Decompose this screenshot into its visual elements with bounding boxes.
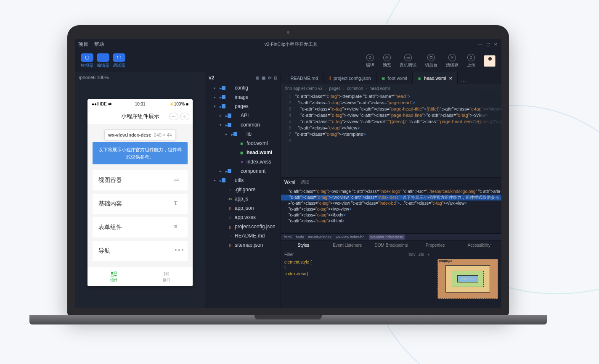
new-file-icon[interactable]: ⊞ (256, 76, 259, 80)
collapse-icon[interactable]: ⊟ (274, 76, 277, 80)
simulator-panel: iphone6 100% ●●ll IDE ⇌ 10:01 ⚡100% ■ 小程… (75, 72, 205, 308)
new-folder-icon[interactable]: ▣ (262, 76, 265, 80)
tree-node-sitemap.json[interactable]: {} sitemap.json (205, 240, 281, 250)
titlebar: 项目 帮助 v2-FinClip小程序开发工具 — ▢ ✕ (75, 39, 501, 50)
tabs-more-icon[interactable]: ⋯ (458, 78, 469, 84)
styles-tab-Properties[interactable]: Properties (416, 243, 454, 248)
box-model: margin 10 border – padding – 240 × 44 (434, 250, 501, 308)
phone-simulator[interactable]: ●●ll IDE ⇌ 10:01 ⚡100% ■ 小程序组件展示 ••• ⊙ (87, 99, 193, 286)
crumb[interactable]: html (284, 235, 292, 239)
toolbar: ▢模拟器 编辑器 ⫶⫶调试器 ⊙编译 ◎预览 ▭真机调试 ⊡切后台 ✕清缓存 ↥… (75, 50, 501, 72)
tree-node-head.wxml[interactable]: ▣ head.wxml (205, 148, 281, 157)
ide-window: 项目 帮助 v2-FinClip小程序开发工具 — ▢ ✕ ▢模拟器 编辑器 ⫶… (75, 39, 501, 308)
tree-node-project.config.json[interactable]: {} project.config.json (205, 222, 281, 231)
mode-调试器[interactable]: ⫶⫶调试器 (113, 53, 125, 69)
tree-node-pages[interactable]: ▾ ▸ pages (205, 102, 281, 111)
editor-tab-project.config.json[interactable]: {} project.config.json (323, 72, 376, 84)
menu-project[interactable]: 项目 (78, 41, 88, 48)
crumb[interactable]: wx-view.index-desc (369, 235, 405, 240)
tree-node-app.js[interactable]: JS app.js (205, 194, 281, 203)
tool-清缓存[interactable]: ✕清缓存 (446, 54, 459, 68)
tree-node-common[interactable]: ▾ ▸ common (205, 120, 281, 129)
tree-node-image[interactable]: ▸ ▸ image (205, 92, 281, 102)
tree-node-config[interactable]: ▸ ▸ config (205, 83, 281, 92)
tree-node-foot.wxml[interactable]: ▣ foot.wxml (205, 139, 281, 148)
minimize-icon[interactable]: — (478, 42, 483, 47)
elements-breadcrumb[interactable]: htmlbodywx-view.indexwx-view.index-hdwx-… (281, 233, 501, 241)
editor-tabs: ↓ README.md {} project.config.json ▣ foo… (281, 72, 501, 84)
avatar[interactable] (484, 55, 496, 67)
device-label: iphone6 100% (75, 72, 205, 82)
svg-rect-4 (164, 272, 169, 276)
menu-help[interactable]: 帮助 (94, 41, 104, 48)
elements-pane[interactable]: "c-attr">class="c-tag"><wx-image "c-attr… (281, 187, 501, 233)
devtools-tab-debug[interactable]: 调试 (301, 179, 309, 185)
page-title: 小程序组件展示 (121, 113, 159, 120)
tree-node-app.json[interactable]: {} app.json (205, 203, 281, 213)
inspect-tooltip: wx-view.index-desc240 × 44 (104, 129, 175, 140)
tree-node-index.wxss[interactable]: # index.wxss (205, 157, 281, 166)
file-tree[interactable]: v2 ⊞ ▣ ⟳ ⊟ ▸ ▸ config ▸ ▸ image ▾ ▸ pag (205, 72, 281, 308)
editor-tab-README.md[interactable]: ↓ README.md (281, 72, 323, 84)
crumb[interactable]: wx-view.index (308, 235, 332, 239)
devtools: Wxml 调试 "c-attr">class="c-tag"><wx-image… (281, 177, 501, 308)
more-icon[interactable]: ••• (169, 113, 178, 120)
hov-toggle[interactable]: :hov (408, 252, 416, 257)
tab-components[interactable]: 组件 (87, 267, 140, 286)
add-rule-icon[interactable]: ＋ (427, 252, 431, 257)
styles-tab-Styles[interactable]: Styles (284, 243, 322, 248)
svg-rect-2 (111, 274, 113, 276)
status-bar: ●●ll IDE ⇌ 10:01 ⚡100% ■ (87, 99, 193, 108)
cls-toggle[interactable]: .cls (418, 252, 424, 257)
svg-point-5 (166, 273, 167, 275)
highlighted-desc[interactable]: 以下将展示小程序官方组件能力，组件样式仅供参考。 (93, 142, 188, 164)
tree-node-app.wxss[interactable]: # app.wxss (205, 213, 281, 222)
maximize-icon[interactable]: ▢ (485, 42, 490, 47)
tool-切后台[interactable]: ⊡切后台 (425, 54, 437, 68)
refresh-icon[interactable]: ⟳ (268, 76, 271, 80)
tree-node-.gitignore[interactable]: ▫ .gitignore (205, 185, 281, 194)
styles-tab-Event Listeners[interactable]: Event Listeners (328, 243, 366, 248)
devtools-tab-wxml[interactable]: Wxml (284, 180, 295, 185)
laptop-frame: 项目 帮助 v2-FinClip小程序开发工具 — ▢ ✕ ▢模拟器 编辑器 ⫶… (67, 25, 509, 324)
tool-真机调试[interactable]: ▭真机调试 (400, 54, 416, 68)
svg-rect-0 (111, 272, 113, 273)
list-item[interactable]: 导航∘∘∘ (93, 241, 188, 261)
tab-close-icon[interactable]: ✕ (449, 76, 452, 81)
tree-node-utils[interactable]: ▸ ▸ utils (205, 176, 281, 185)
list-item[interactable]: 视图容器▭ (93, 170, 188, 190)
editor-tab-foot.wxml[interactable]: ▣ foot.wxml (376, 72, 413, 84)
list-item[interactable]: 表单组件≡ (93, 217, 188, 237)
tool-上传[interactable]: ↥上传 (467, 54, 475, 68)
tree-node-README.md[interactable]: ↓ README.md (205, 231, 281, 240)
minimap[interactable] (480, 92, 501, 177)
tabbar: 组件 接口 (87, 267, 193, 286)
svg-rect-1 (114, 272, 116, 273)
nav-bar: 小程序组件展示 ••• ⊙ (87, 108, 193, 124)
tree-node-API[interactable]: ▸ ▸ API (205, 111, 281, 120)
tool-预览[interactable]: ◎预览 (383, 54, 391, 68)
editor-panel: ↓ README.md {} project.config.json ▣ foo… (281, 72, 501, 308)
tree-node-component[interactable]: ▸ ▸ component (205, 166, 281, 176)
breadcrumb[interactable]: fino-applet-demo-v2›pages›common›head.wx… (281, 84, 501, 92)
crumb[interactable]: body (296, 235, 304, 239)
close-icon[interactable]: ✕ (493, 42, 498, 47)
code-editor[interactable]: 12345678 "c-attr">class="c-tag"><templat… (281, 92, 501, 177)
styles-tab-DOM Breakpoints[interactable]: DOM Breakpoints (372, 243, 410, 248)
editor-tab-head.wxml[interactable]: ▣ head.wxml✕ (413, 72, 458, 84)
styles-pane[interactable]: Filter :hov .cls ＋ element.style {}.inde… (281, 250, 434, 308)
list-item[interactable]: 基础内容𝐓 (93, 194, 188, 214)
mode-模拟器[interactable]: ▢模拟器 (81, 53, 93, 69)
crumb[interactable]: wx-view.index-hd (336, 235, 365, 239)
close-capsule-icon[interactable]: ⊙ (180, 113, 189, 120)
styles-tab-Accessibility[interactable]: Accessibility (460, 243, 498, 248)
filter-input[interactable]: Filter (284, 252, 294, 258)
window-title: v2-FinClip小程序开发工具 (104, 41, 478, 47)
svg-rect-3 (114, 274, 116, 276)
tab-api[interactable]: 接口 (140, 267, 193, 286)
tree-node-lib[interactable]: ▸ ▸ lib (205, 129, 281, 139)
tool-编译[interactable]: ⊙编译 (366, 54, 374, 68)
camera-dot (287, 31, 289, 34)
mode-编辑器[interactable]: 编辑器 (97, 53, 109, 69)
